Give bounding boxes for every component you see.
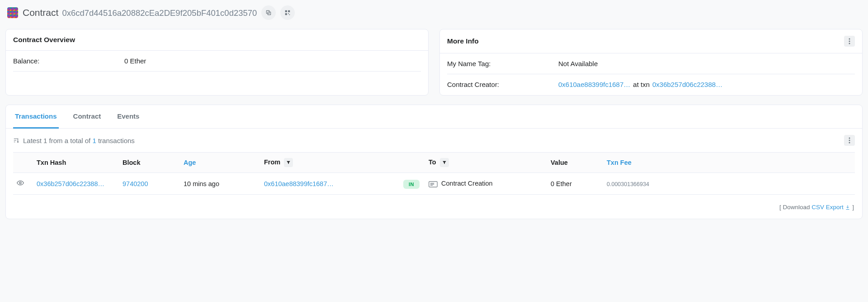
filter-from-button[interactable]: [284, 158, 293, 167]
tx-menu-button[interactable]: [844, 135, 855, 146]
qr-button[interactable]: [280, 5, 295, 20]
direction-badge: IN: [403, 180, 420, 189]
svg-point-11: [849, 140, 850, 141]
creator-label: Contract Creator:: [447, 81, 558, 88]
tx-summary-text: Latest 1 from a total of 1 transactions: [23, 137, 135, 144]
balance-label: Balance:: [13, 57, 124, 65]
filter-to-button[interactable]: [440, 158, 449, 167]
page-title: Contract 0x6cd7d44516a20882cEa2DE9f205bF…: [23, 7, 257, 18]
tab-contract[interactable]: Contract: [71, 105, 103, 129]
tab-transactions[interactable]: Transactions: [13, 105, 59, 129]
txn-hash-link[interactable]: 0x36b257d06c22388…: [37, 180, 104, 187]
svg-rect-3: [288, 10, 290, 12]
th-txn-hash: Txn Hash: [33, 153, 119, 173]
svg-point-12: [849, 142, 850, 144]
svg-rect-2: [285, 10, 287, 12]
from-address-link[interactable]: 0x610ae88399fc1687…: [264, 180, 334, 187]
contract-identicon: [7, 7, 18, 18]
more-info-menu-button[interactable]: [844, 36, 855, 47]
svg-rect-4: [285, 13, 287, 15]
filter-icon: [286, 160, 291, 165]
value-cell: 0 Ether: [547, 173, 603, 195]
balance-value: 0 Ether: [124, 57, 146, 65]
page-title-label: Contract: [23, 7, 58, 18]
copy-icon: [265, 10, 272, 16]
name-tag-label: My Name Tag:: [447, 60, 558, 67]
th-txn-fee[interactable]: Txn Fee: [603, 153, 855, 173]
sort-icon: [13, 137, 19, 144]
svg-rect-6: [289, 14, 290, 15]
th-value: Value: [547, 153, 603, 173]
to-value: Contract Creation: [441, 180, 493, 187]
svg-rect-5: [288, 13, 289, 14]
svg-point-10: [849, 138, 850, 139]
svg-point-8: [849, 41, 850, 42]
transactions-card: Transactions Contract Events Latest 1 fr…: [5, 105, 863, 219]
th-to: To: [425, 153, 547, 173]
kebab-icon: [849, 137, 850, 144]
th-age[interactable]: Age: [180, 153, 260, 173]
transactions-table: Txn Hash Block Age From To: [13, 152, 855, 195]
download-icon: [845, 205, 850, 210]
more-info-card: More Info My Name Tag: Not Available Con…: [439, 29, 863, 96]
svg-point-13: [19, 182, 21, 184]
tx-count[interactable]: 1: [92, 137, 96, 144]
eye-icon: [17, 179, 24, 187]
filter-icon: [442, 160, 447, 165]
name-tag-value: Not Available: [558, 60, 598, 67]
page-header: Contract 0x6cd7d44516a20882cEa2DE9f205bF…: [5, 5, 863, 20]
age-value: 10 mins ago: [180, 173, 260, 195]
contract-overview-card: Contract Overview Balance: 0 Ether: [5, 29, 429, 96]
svg-point-9: [849, 43, 850, 44]
tab-events[interactable]: Events: [115, 105, 141, 129]
qr-icon: [284, 10, 291, 16]
creator-txn-link[interactable]: 0x36b257d06c22388…: [652, 81, 722, 88]
overview-title: Contract Overview: [13, 36, 75, 44]
copy-button[interactable]: [261, 5, 276, 20]
creator-address-link[interactable]: 0x610ae88399fc1687…: [558, 81, 630, 88]
table-row: 0x36b257d06c22388… 9740200 10 mins ago 0…: [13, 173, 855, 195]
contract-address: 0x6cd7d44516a20882cEa2DE9f205bF401c0d235…: [62, 8, 257, 18]
kebab-icon: [849, 38, 850, 44]
th-block: Block: [119, 153, 180, 173]
th-from: From: [260, 153, 398, 173]
export-row: [ Download CSV Export ]: [6, 199, 862, 219]
view-details-button[interactable]: [17, 181, 24, 188]
at-txn-text: at txn: [633, 81, 650, 88]
svg-point-7: [849, 38, 850, 40]
tabs: Transactions Contract Events: [6, 105, 862, 129]
more-info-title: More Info: [447, 37, 479, 45]
block-link[interactable]: 9740200: [123, 180, 148, 187]
csv-export-link[interactable]: CSV Export: [811, 204, 850, 211]
txn-fee-value: 0.000301366934: [607, 181, 649, 187]
contract-creation-icon: [429, 181, 438, 187]
